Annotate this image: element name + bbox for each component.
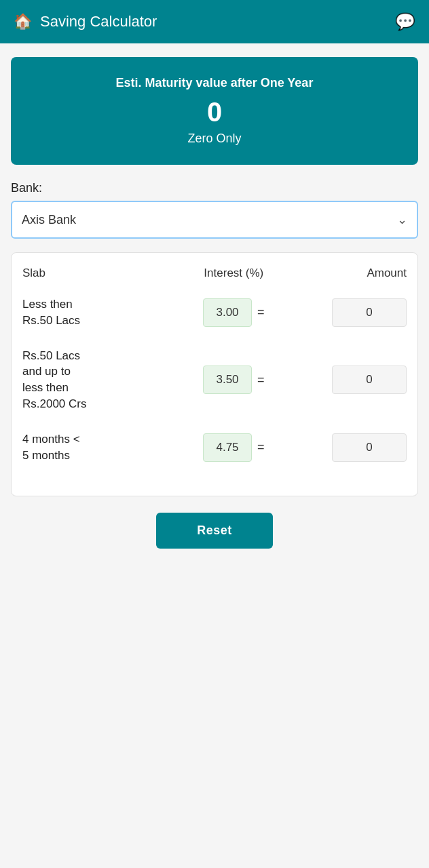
main-content: Esti. Maturity value after One Year 0 Ze…: [0, 43, 429, 583]
table-row: Rs.50 Lacsand up toless thenRs.2000 Crs …: [22, 348, 407, 412]
col-header-amount: Amount: [291, 267, 407, 280]
amount-wrapper-1: [291, 298, 407, 327]
slab-table-header: Slab Interest (%) Amount: [22, 267, 407, 283]
equals-icon-3: =: [257, 440, 265, 454]
slab-name-1: Less thenRs.50 Lacs: [22, 296, 176, 329]
header-left: 🏠 Saving Calculator: [14, 13, 157, 31]
maturity-value: 0: [24, 97, 405, 127]
slab-table-card: Slab Interest (%) Amount Less thenRs.50 …: [11, 252, 418, 496]
col-header-interest: Interest (%): [176, 267, 291, 280]
slab-interest-wrapper-2: =: [176, 366, 291, 394]
equals-icon-2: =: [257, 373, 265, 387]
slab-name-3: 4 months <5 months: [22, 431, 176, 464]
amount-wrapper-3: [291, 433, 407, 462]
col-header-slab: Slab: [22, 267, 176, 280]
table-row: Less thenRs.50 Lacs =: [22, 296, 407, 329]
home-icon: 🏠: [14, 13, 32, 31]
amount-input-2[interactable]: [332, 366, 407, 394]
reset-container: Reset: [11, 513, 418, 569]
equals-icon-1: =: [257, 305, 265, 319]
amount-input-3[interactable]: [332, 433, 407, 462]
slab-interest-wrapper-1: =: [176, 298, 291, 327]
amount-input-1[interactable]: [332, 298, 407, 327]
interest-input-1[interactable]: [203, 298, 252, 327]
maturity-card: Esti. Maturity value after One Year 0 Ze…: [11, 57, 418, 165]
bank-select[interactable]: Axis Bank SBI HDFC Bank ICICI Bank Kotak…: [12, 202, 417, 237]
app-title: Saving Calculator: [40, 13, 157, 31]
reset-button[interactable]: Reset: [156, 513, 273, 549]
slab-name-2: Rs.50 Lacsand up toless thenRs.2000 Crs: [22, 348, 176, 412]
table-row: 4 months <5 months =: [22, 431, 407, 464]
amount-wrapper-2: [291, 366, 407, 394]
bank-dropdown-container: Axis Bank SBI HDFC Bank ICICI Bank Kotak…: [12, 202, 417, 237]
maturity-label: Esti. Maturity value after One Year: [24, 76, 405, 90]
interest-input-3[interactable]: [203, 433, 252, 462]
slab-interest-wrapper-3: =: [176, 433, 291, 462]
chat-icon[interactable]: 💬: [395, 12, 415, 31]
bank-select-wrapper: Axis Bank SBI HDFC Bank ICICI Bank Kotak…: [11, 201, 418, 239]
interest-input-2[interactable]: [203, 366, 252, 394]
app-header: 🏠 Saving Calculator 💬: [0, 0, 429, 43]
bank-label: Bank:: [11, 181, 418, 195]
maturity-words: Zero Only: [24, 132, 405, 146]
